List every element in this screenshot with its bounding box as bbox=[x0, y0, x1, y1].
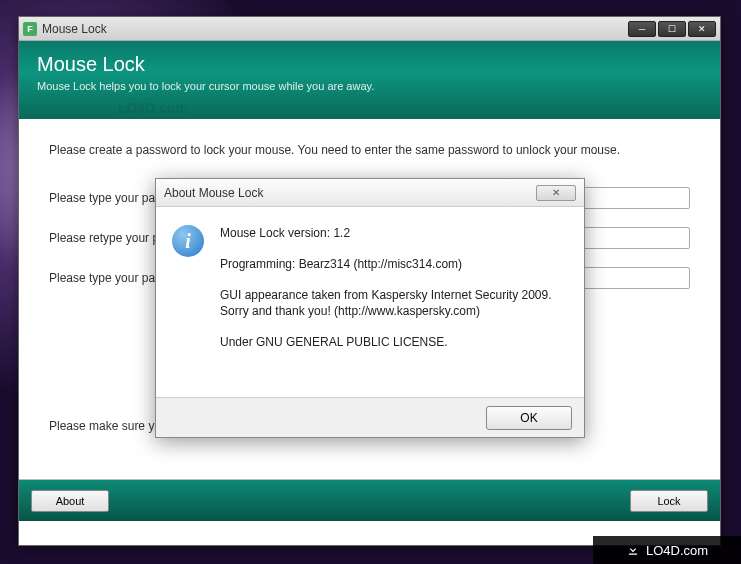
lo4d-badge: LO4D.com bbox=[593, 536, 741, 564]
dialog-title: About Mouse Lock bbox=[164, 186, 536, 200]
close-button[interactable]: ✕ bbox=[688, 21, 716, 37]
dialog-titlebar: About Mouse Lock ✕ bbox=[156, 179, 584, 207]
license-line: Under GNU GENERAL PUBLIC LICENSE. bbox=[220, 334, 552, 351]
header-title: Mouse Lock bbox=[37, 53, 702, 76]
version-line: Mouse Lock version: 1.2 bbox=[220, 225, 552, 242]
app-header: Mouse Lock Mouse Lock helps you to lock … bbox=[19, 41, 720, 119]
dialog-footer: OK bbox=[156, 397, 584, 437]
gui-line-2: Sorry and thank you! (http://www.kaspers… bbox=[220, 304, 480, 318]
dialog-close-button[interactable]: ✕ bbox=[536, 185, 576, 201]
about-button[interactable]: About bbox=[31, 490, 109, 512]
window-controls: ─ ☐ ✕ bbox=[628, 21, 716, 37]
dialog-body: i Mouse Lock version: 1.2 Programming: B… bbox=[156, 207, 584, 397]
app-icon: F bbox=[23, 22, 37, 36]
footer-bar: About Lock bbox=[19, 479, 720, 521]
instruction-text: Please create a password to lock your mo… bbox=[49, 143, 690, 157]
lock-button[interactable]: Lock bbox=[630, 490, 708, 512]
titlebar: F Mouse Lock ─ ☐ ✕ bbox=[19, 17, 720, 41]
programming-line: Programming: Bearz314 (http://misc314.co… bbox=[220, 256, 552, 273]
download-icon bbox=[626, 543, 640, 557]
maximize-button[interactable]: ☐ bbox=[658, 21, 686, 37]
minimize-button[interactable]: ─ bbox=[628, 21, 656, 37]
lo4d-badge-text: LO4D.com bbox=[646, 543, 708, 558]
about-dialog: About Mouse Lock ✕ i Mouse Lock version:… bbox=[155, 178, 585, 438]
dialog-text: Mouse Lock version: 1.2 Programming: Bea… bbox=[220, 225, 552, 387]
window-title: Mouse Lock bbox=[42, 22, 628, 36]
header-subtitle: Mouse Lock helps you to lock your cursor… bbox=[37, 80, 702, 92]
info-icon: i bbox=[172, 225, 204, 257]
gui-line: GUI appearance taken from Kaspersky Inte… bbox=[220, 287, 552, 321]
gui-line-1: GUI appearance taken from Kaspersky Inte… bbox=[220, 288, 552, 302]
ok-button[interactable]: OK bbox=[486, 406, 572, 430]
